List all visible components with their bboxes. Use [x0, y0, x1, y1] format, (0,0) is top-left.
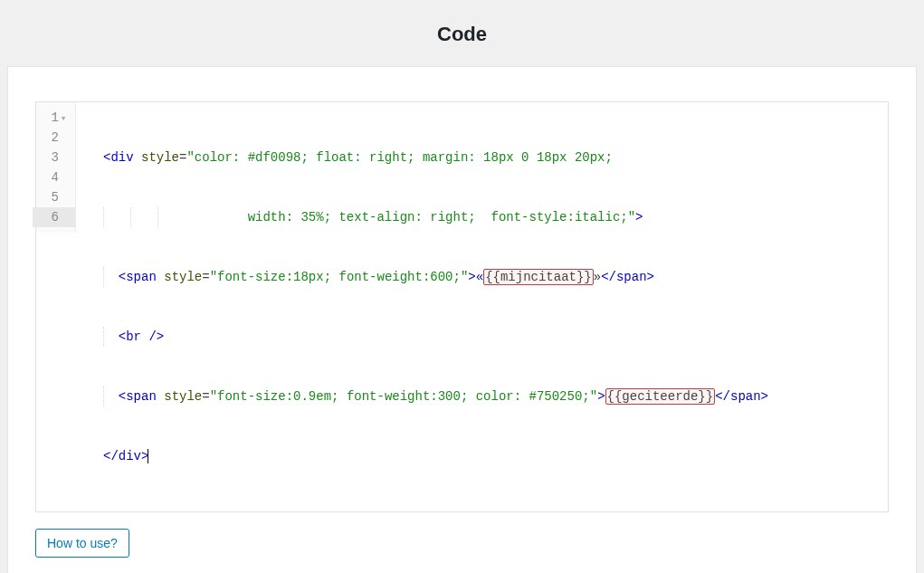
- how-to-use-button[interactable]: How to use?: [35, 529, 129, 558]
- code-editor[interactable]: 1▾ 2 3 4 5 6 <div style="color: #df0098;…: [35, 101, 889, 512]
- settings-panel: 1▾ 2 3 4 5 6 <div style="color: #df0098;…: [7, 66, 917, 573]
- handlebars-var: {{mijncitaat}}: [483, 269, 594, 285]
- line-number: 2: [36, 128, 68, 148]
- line-number: 1▾: [36, 108, 68, 128]
- code-content[interactable]: <div style="color: #df0098; float: right…: [76, 102, 888, 511]
- page-title: Code: [7, 23, 917, 46]
- text-cursor: [148, 449, 148, 463]
- handlebars-var: {{geciteerde}}: [605, 388, 716, 405]
- fold-icon[interactable]: ▾: [59, 109, 68, 129]
- line-number: 6: [33, 207, 75, 227]
- line-number: 5: [36, 187, 68, 207]
- editor-gutter: 1▾ 2 3 4 5 6: [36, 102, 76, 233]
- line-number: 3: [36, 148, 68, 167]
- line-number: 4: [36, 167, 68, 187]
